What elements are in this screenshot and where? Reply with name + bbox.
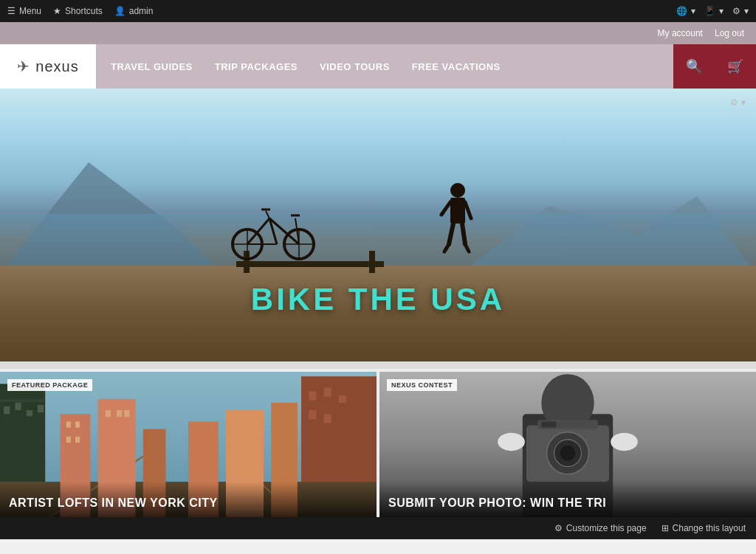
svg-rect-27 — [27, 410, 32, 416]
svg-rect-33 — [309, 410, 316, 419]
svg-line-19 — [444, 244, 449, 252]
settings-item[interactable]: ⚙ ▾ — [732, 6, 749, 16]
nav-free-vacations[interactable]: FREE VACATIONS — [412, 61, 501, 72]
menu-item[interactable]: ☰ Menu — [7, 6, 41, 16]
svg-rect-47 — [75, 437, 80, 443]
layout-icon: ⊞ — [662, 523, 669, 533]
cart-button[interactable]: 🛒 — [715, 44, 756, 89]
svg-rect-26 — [15, 403, 21, 410]
svg-point-14 — [450, 183, 465, 198]
customize-label: Customize this page — [566, 523, 647, 533]
globe-dropdown: ▾ — [691, 6, 695, 16]
customize-page-item[interactable]: ⚙ Customize this page — [554, 523, 647, 533]
nav-travel-guides[interactable]: TRAVEL GUIDES — [111, 61, 193, 72]
utility-bar: My account Log out — [0, 22, 756, 44]
svg-line-17 — [465, 202, 471, 218]
card-photo-title: SUBMIT YOUR PHOTO: WIN THE TRI — [379, 482, 756, 517]
bicycle — [229, 196, 317, 266]
search-icon: 🔍 — [686, 58, 702, 75]
menu-label: Menu — [19, 6, 41, 16]
svg-rect-28 — [38, 405, 44, 412]
menu-icon: ☰ — [7, 6, 16, 16]
svg-rect-50 — [124, 410, 129, 417]
settings-icon: ⚙ — [732, 6, 740, 16]
change-layout-label: Change this layout — [673, 523, 746, 533]
globe-icon: 🌐 — [676, 6, 687, 16]
shortcuts-item[interactable]: ★ Shortcuts — [53, 6, 103, 16]
svg-rect-45 — [75, 421, 80, 427]
svg-point-62 — [498, 433, 525, 451]
person-silhouette — [436, 181, 480, 266]
section-divider — [0, 361, 756, 369]
hero-customize-gear[interactable]: ⚙ ▾ — [730, 97, 746, 108]
logo-icon: ✈ — [17, 58, 30, 75]
svg-point-63 — [611, 433, 638, 451]
navbar-actions: 🔍 🛒 — [673, 44, 756, 89]
svg-line-21 — [465, 244, 469, 252]
svg-line-20 — [462, 224, 465, 244]
card-nyc[interactable]: FEATURED PACKAGE ARTIST LOFTS IN NEW YOR… — [0, 372, 377, 517]
logo[interactable]: ✈ nexus — [0, 44, 96, 89]
svg-rect-25 — [4, 406, 10, 414]
svg-rect-46 — [66, 437, 71, 443]
bench-leg-right — [369, 251, 375, 273]
nav-video-tours[interactable]: VIDEO TOURS — [320, 61, 390, 72]
navbar: ✈ nexus TRAVEL GUIDES TRIP PACKAGES VIDE… — [0, 44, 756, 89]
search-button[interactable]: 🔍 — [673, 44, 715, 89]
nav-trip-packages[interactable]: TRIP PACKAGES — [215, 61, 298, 72]
cart-icon: 🛒 — [727, 58, 743, 75]
admin-bar: ☰ Menu ★ Shortcuts 👤 admin 🌐 ▾ 📱 ▾ ⚙ ▾ — [0, 0, 756, 22]
card-photo[interactable]: NEXUS CONTEST SUBMIT YOUR PHOTO: WIN THE… — [377, 372, 756, 517]
customize-icon: ⚙ — [554, 523, 563, 533]
card-photo-badge: NEXUS CONTEST — [387, 379, 457, 391]
tablet-dropdown: ▾ — [719, 6, 724, 16]
my-account-link[interactable]: My account — [658, 28, 703, 38]
shortcuts-label: Shortcuts — [65, 6, 103, 16]
svg-rect-31 — [324, 387, 331, 396]
bottom-bar: ⚙ Customize this page ⊞ Change this layo… — [0, 517, 756, 539]
svg-rect-30 — [309, 392, 316, 401]
svg-rect-24 — [0, 399, 45, 402]
svg-rect-44 — [66, 421, 71, 427]
admin-item[interactable]: 👤 admin — [114, 6, 154, 16]
gear-icon: ⚙ — [730, 97, 738, 108]
svg-line-18 — [449, 224, 453, 244]
log-out-link[interactable]: Log out — [715, 28, 744, 38]
tablet-item[interactable]: 📱 ▾ — [704, 6, 724, 16]
globe-item[interactable]: 🌐 ▾ — [676, 6, 695, 16]
svg-point-59 — [560, 446, 575, 460]
tablet-icon: 📱 — [704, 6, 715, 16]
settings-dropdown: ▾ — [744, 6, 749, 16]
logo-text: nexus — [35, 58, 78, 75]
svg-rect-34 — [324, 414, 331, 423]
hero-title: BIKE THE USA — [251, 282, 505, 317]
svg-rect-32 — [339, 395, 346, 403]
card-nyc-title: ARTIST LOFTS IN NEW YORK CITY — [0, 482, 377, 517]
hero-section: BIKE THE USA ⚙ ▾ — [0, 89, 756, 361]
svg-line-10 — [266, 211, 269, 218]
admin-bar-right: 🌐 ▾ 📱 ▾ ⚙ ▾ — [676, 6, 749, 16]
svg-rect-49 — [117, 410, 122, 417]
content-grid: FEATURED PACKAGE ARTIST LOFTS IN NEW YOR… — [0, 369, 756, 517]
admin-label: admin — [129, 6, 154, 16]
navbar-links: TRAVEL GUIDES TRIP PACKAGES VIDEO TOURS … — [96, 44, 673, 89]
gear-dropdown-icon: ▾ — [741, 97, 746, 108]
change-layout-item[interactable]: ⊞ Change this layout — [662, 523, 746, 533]
user-icon: 👤 — [114, 6, 126, 16]
svg-line-16 — [441, 202, 450, 215]
svg-rect-15 — [450, 198, 465, 224]
star-icon: ★ — [53, 6, 61, 16]
svg-rect-48 — [106, 410, 111, 417]
svg-rect-61 — [541, 421, 556, 427]
card-nyc-badge: FEATURED PACKAGE — [7, 379, 92, 391]
